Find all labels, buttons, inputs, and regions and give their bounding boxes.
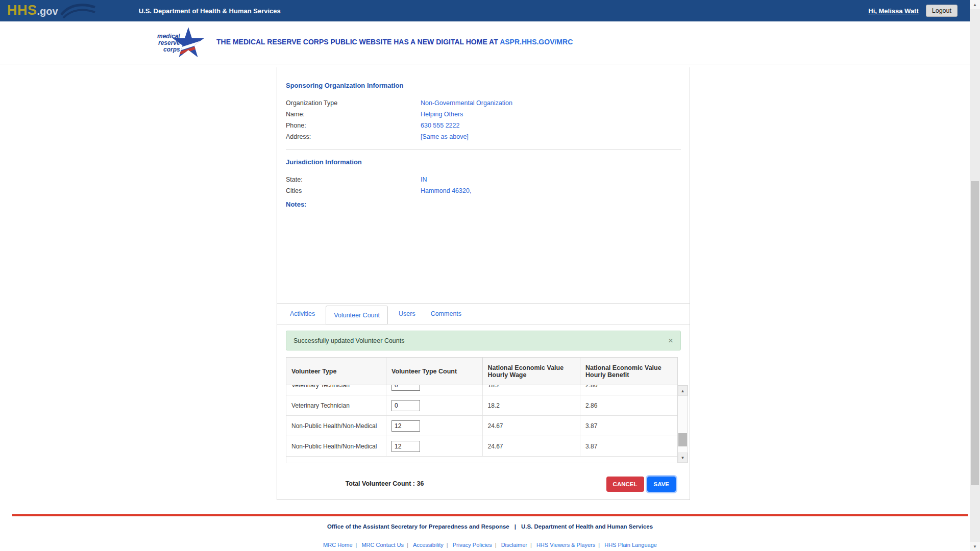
table-scrollbar[interactable]: ▲ ▼: [678, 385, 688, 463]
volunteer-count-table: Volunteer Type Volunteer Type Count Nati…: [286, 357, 678, 463]
footer-org-line: Office of the Assistant Secretary for Pr…: [0, 523, 980, 530]
field-label: Phone:: [286, 120, 421, 131]
volunteer-count-table-region: Volunteer Type Volunteer Type Count Nati…: [286, 357, 688, 463]
cell-benefit: 2.86: [580, 385, 677, 395]
field-value: Non-Governmental Organization: [421, 97, 512, 109]
department-title: U.S. Department of Health & Human Servic…: [139, 7, 281, 15]
table-row: Veterinary Technician 18.2 2.86: [286, 395, 677, 416]
chevron-up-icon[interactable]: ▲: [678, 386, 688, 396]
cell-volunteer-type: Non-Public Health/Non-Medical: [286, 416, 386, 436]
footer-links: MRC Home| MRC Contact Us| Accessibility|…: [0, 542, 980, 548]
table-header-row: Volunteer Type Volunteer Type Count Nati…: [286, 358, 677, 385]
chevron-down-icon[interactable]: ▼: [678, 453, 688, 463]
footer-red-divider: [12, 514, 968, 516]
count-input[interactable]: [391, 441, 420, 452]
jurisdiction-title: Jurisdiction Information: [286, 158, 681, 166]
col-header-volunteer-type-count: Volunteer Type Count: [386, 358, 482, 385]
table-scrollbar-track[interactable]: [678, 396, 688, 453]
tab-comments[interactable]: Comments: [423, 304, 469, 324]
section-divider: [286, 149, 681, 150]
field-label: Name:: [286, 109, 421, 120]
close-icon[interactable]: ×: [668, 336, 673, 345]
footer-separator: |: [495, 542, 497, 548]
total-volunteer-count: Total Volunteer Count : 36: [346, 480, 424, 487]
browser-scrollbar[interactable]: ▲ ▼: [970, 0, 980, 551]
hhs-gov-logo[interactable]: HHS.gov: [7, 3, 96, 19]
field-value: Helping Others: [421, 109, 463, 120]
tab-activities[interactable]: Activities: [282, 304, 323, 324]
browser-scrollbar-track[interactable]: [970, 9, 980, 542]
hhs-topbar: HHS.gov U.S. Department of Health & Huma…: [0, 0, 980, 21]
table-body-viewport: Veterinary Technician 18.2 2.86 Veterina…: [286, 385, 677, 463]
footer-separator: |: [407, 542, 408, 548]
field-label: Cities: [286, 185, 421, 196]
cell-count: [386, 395, 482, 415]
mrc-logo-words: medical reserve corps: [157, 33, 180, 53]
mrc-word-corps: corps: [163, 46, 180, 53]
footer-separator: |: [356, 542, 357, 548]
mrc-logo[interactable]: medical reserve corps: [157, 27, 205, 59]
footer-aspr-text: Office of the Assistant Secretary for Pr…: [327, 523, 509, 530]
cell-count: [386, 436, 482, 456]
detail-tabs: Activities Volunteer Count Users Comment…: [277, 303, 690, 324]
field-address: Address: [Same as above]: [286, 131, 681, 142]
chevron-up-icon[interactable]: ▲: [970, 0, 980, 9]
field-name: Name: Helping Others: [286, 109, 681, 120]
user-greeting-link[interactable]: Hi, Melissa Watt: [868, 7, 918, 15]
banner-message: THE MEDICAL RESERVE CORPS PUBLIC WEBSITE…: [216, 38, 573, 46]
footer-link-mrc-home[interactable]: MRC Home: [323, 542, 352, 548]
col-header-hourly-wage: National Economic Value Hourly Wage: [483, 358, 581, 385]
footer-link-viewers[interactable]: HHS Viewers & Players: [536, 542, 595, 548]
cell-wage: 24.67: [483, 416, 581, 436]
footer-link-accessibility[interactable]: Accessibility: [413, 542, 444, 548]
gov-logo-text: .gov: [37, 6, 58, 17]
hhs-logo-text: HHS: [7, 3, 37, 18]
col-header-hourly-benefit: National Economic Value Hourly Benefit: [580, 358, 677, 385]
field-state: State: IN: [286, 174, 681, 185]
banner-aspr-link[interactable]: ASPR.HHS.GOV/MRC: [500, 38, 573, 46]
cancel-button[interactable]: CANCEL: [606, 477, 644, 492]
footer-link-plain-language[interactable]: HHS Plain Language: [604, 542, 657, 548]
footer-separator: |: [530, 542, 532, 548]
count-input[interactable]: [391, 385, 420, 391]
mrc-word-reserve: reserve: [158, 40, 180, 46]
notes-title: Notes:: [286, 201, 681, 208]
banner-message-text: THE MEDICAL RESERVE CORPS PUBLIC WEBSITE…: [216, 38, 498, 46]
save-button[interactable]: SAVE: [647, 477, 676, 492]
browser-scrollbar-thumb[interactable]: [971, 181, 979, 485]
topbar-right: Hi, Melissa Watt Logout: [868, 5, 973, 17]
chevron-down-icon[interactable]: ▼: [970, 542, 980, 551]
cell-count: [386, 385, 482, 395]
actions-row: Total Volunteer Count : 36 CANCEL SAVE: [286, 477, 681, 494]
count-input[interactable]: [391, 400, 420, 411]
logout-button[interactable]: Logout: [926, 5, 958, 17]
tab-users[interactable]: Users: [391, 304, 423, 324]
success-alert: Successfully updated Volunteer Counts ×: [286, 331, 681, 350]
field-organization-type: Organization Type Non-Governmental Organ…: [286, 97, 681, 109]
footer-link-disclaimer[interactable]: Disclaimer: [501, 542, 527, 548]
field-value: [Same as above]: [421, 131, 469, 142]
cell-benefit: 3.87: [580, 416, 677, 436]
cell-wage: 24.67: [483, 436, 581, 456]
count-input[interactable]: [391, 420, 420, 432]
col-header-volunteer-type: Volunteer Type: [286, 358, 386, 385]
cell-count: [386, 416, 482, 436]
footer-link-mrc-contact[interactable]: MRC Contact Us: [361, 542, 404, 548]
record-detail-panel: Sponsoring Organization Information Orga…: [277, 67, 690, 500]
cell-volunteer-type: Veterinary Technician: [286, 385, 386, 395]
footer-link-privacy[interactable]: Privacy Policies: [453, 542, 492, 548]
footer-hhs-text: U.S. Department of Health and Human Serv…: [521, 523, 653, 530]
field-value: Hammond 46320,: [421, 185, 471, 196]
table-row: Non-Public Health/Non-Medical 24.67 3.87: [286, 416, 677, 436]
field-label: Address:: [286, 131, 421, 142]
field-label: State:: [286, 174, 421, 185]
table-row: Non-Public Health/Non-Medical 24.67 3.87: [286, 436, 677, 457]
cell-volunteer-type: Veterinary Technician: [286, 395, 386, 415]
cell-wage: 18.2: [483, 395, 581, 415]
tab-volunteer-count[interactable]: Volunteer Count: [326, 306, 388, 324]
footer-separator: |: [514, 523, 516, 530]
page: HHS.gov U.S. Department of Health & Huma…: [0, 0, 980, 551]
table-scrollbar-thumb[interactable]: [678, 433, 687, 446]
cell-benefit: 2.86: [580, 395, 677, 415]
mrc-banner: medical reserve corps THE MEDICAL RESERV…: [0, 21, 980, 64]
